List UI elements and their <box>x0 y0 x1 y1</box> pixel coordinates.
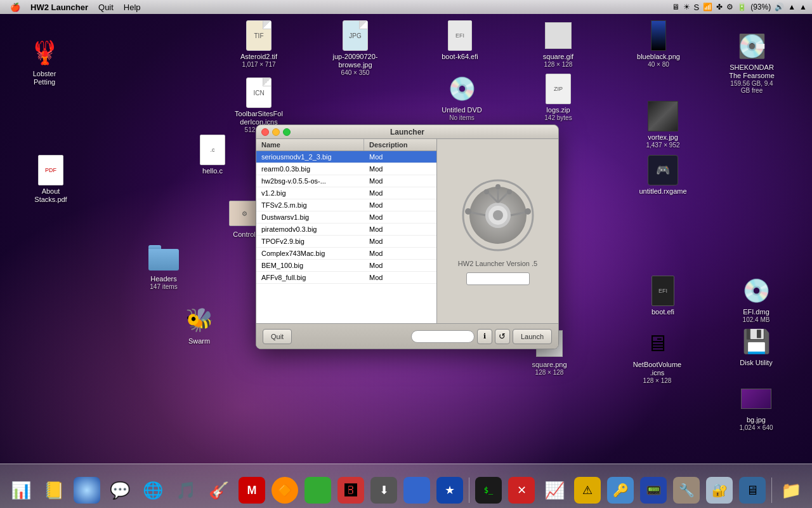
row-name: hw2bsg-v.0.5.5-os-... <box>256 177 364 185</box>
right-panel: HW2 Launcher Version .5 <box>437 139 558 323</box>
svg-point-4 <box>493 210 503 220</box>
list-row[interactable]: AFFv8_full.big Mod <box>256 272 436 284</box>
row-name: Dustwarsv1.big <box>256 213 364 222</box>
dock-item-safari2[interactable]: 🌐 <box>138 475 168 505</box>
dock-item-activity2[interactable]: 📈 <box>539 475 570 505</box>
list-row[interactable]: Dustwarsv1.big Mod <box>256 211 436 224</box>
col-header-name[interactable]: Name <box>256 139 364 150</box>
dock-item-ab[interactable]: 📒 <box>39 475 69 505</box>
dock-item-wrench[interactable]: 🔧 <box>671 475 702 505</box>
svg-point-12 <box>507 189 512 194</box>
list-row[interactable]: TPOFv2.9.big Mod <box>256 236 436 248</box>
row-description: Mod <box>364 249 436 258</box>
dock-item-garage[interactable]: 🎸 <box>204 475 234 505</box>
menu-file[interactable]: Quit <box>93 1 119 13</box>
desktop-icon-headers[interactable]: Headers 147 items <box>138 240 189 293</box>
list-row[interactable]: rearm0.0.3b.big Mod <box>256 163 436 175</box>
row-name: AFFv8_full.big <box>256 273 364 282</box>
desktop-icon-bgjpg[interactable]: bg.jpg 1,024 × 640 <box>731 381 782 434</box>
desktop-icon-bootk64[interactable]: EFI boot-k64.efi <box>435 18 485 64</box>
launch-button[interactable]: Launch <box>513 329 552 344</box>
menubar-volume-icon[interactable]: 🔊 <box>775 3 784 11</box>
desktop-icon-diskutility[interactable]: 💾 Disk Utility <box>731 324 782 370</box>
window-bottom: Quit ℹ ↺ Launch <box>256 323 558 349</box>
menubar-monitor-icon[interactable]: 🖥 <box>672 3 679 11</box>
desktop-icon-aboutstacks[interactable]: PDF About Stacks.pdf <box>25 152 76 206</box>
desktop-icon-helloc[interactable]: .c hello.c <box>187 132 238 178</box>
dock-item-green[interactable] <box>303 475 333 505</box>
menubar-right: 🖥 ☀ S 📶 ✤ ⚙ 🔋 (93%) 🔊 ▲ ▲ <box>672 3 807 12</box>
desktop-icon-rxgame[interactable]: 🎮 untitled.rxgame <box>638 152 688 198</box>
desktop-icon-blueblack[interactable]: blueblack.png 40 × 80 <box>633 18 684 70</box>
dock-item-am[interactable]: 📊 <box>6 475 36 505</box>
desktop-icon-asteroid[interactable]: TIF Asteroid2.tif 1,017 × 717 <box>233 18 284 70</box>
dock-item-monitor2[interactable]: 🖥 <box>737 475 768 505</box>
dock-item-transmission[interactable]: ⬇ <box>369 475 399 505</box>
dock-item-itunes[interactable]: 🎵 <box>171 475 201 505</box>
dock-item-terminal[interactable]: $_ <box>473 475 504 505</box>
desktop-icon-dvd[interactable]: 💿 Untitled DVD No items <box>436 71 487 124</box>
list-row[interactable]: seriousmodv1_2_3.big Mod <box>256 151 436 163</box>
list-row[interactable]: hw2bsg-v.0.5.5-os-... Mod <box>256 175 436 187</box>
refresh-button[interactable]: ↺ <box>495 329 510 344</box>
dock-item-blue2[interactable] <box>402 475 432 505</box>
desktop-icon-swarm[interactable]: 🐝 Swarm <box>174 302 225 348</box>
menubar-brightness-icon[interactable]: ☀ <box>683 3 690 11</box>
menubar-battery-icon[interactable]: 🔋 <box>737 3 747 11</box>
desktop-icon-lobster[interactable]: 🦞 Lobster Petting <box>19 35 70 89</box>
version-text: HW2 Launcher Version .5 <box>458 260 537 267</box>
desktop-icon-logszip[interactable]: ZIP logs.zip 142 bytes <box>533 71 584 124</box>
quit-button[interactable]: Quit <box>263 329 292 344</box>
row-description: Mod <box>364 261 436 270</box>
minimize-button[interactable] <box>272 128 280 136</box>
info-button[interactable]: ℹ <box>477 329 492 344</box>
dock-item-skype[interactable]: 💬 <box>105 475 135 505</box>
dock-item-blue3[interactable]: ★ <box>435 475 465 505</box>
list-row[interactable]: BEM_100.big Mod <box>256 260 436 272</box>
desktop-icon-efidmg[interactable]: 💿 EFI.dmg 102.4 MB <box>731 273 782 326</box>
traffic-lights <box>261 128 291 136</box>
dock-item-vlc[interactable]: 🔶 <box>270 475 300 505</box>
desktop-icon-bootefi[interactable]: EFI boot.efi <box>638 273 688 319</box>
apple-menu[interactable]: 🍎 <box>5 1 25 13</box>
list-row[interactable]: piratemodv0.3.big Mod <box>256 224 436 236</box>
dock-item-finder2[interactable]: 📁 <box>776 475 806 505</box>
dock-item-lock[interactable]: 🔐 <box>704 475 735 505</box>
dock-item-osx[interactable] <box>72 475 102 505</box>
dock-item-x[interactable]: ✕ <box>506 475 537 505</box>
row-name: Complex743Mac.big <box>256 249 364 258</box>
row-name: rearm0.0.3b.big <box>256 164 364 173</box>
row-description: Mod <box>364 201 436 210</box>
list-rows[interactable]: seriousmodv1_2_3.big Mod rearm0.0.3b.big… <box>256 151 436 323</box>
search-input[interactable] <box>411 330 475 343</box>
desktop-icon-shekondar[interactable]: 💽 SHEKONDAR The Fearsome 159.56 GB, 9.4 … <box>723 29 780 97</box>
menubar-cpu-icon[interactable]: ⚙ <box>726 3 733 11</box>
launcher-window: Launcher Name Description seriousmodv1_2… <box>256 124 559 349</box>
menubar-eject-icon[interactable]: ▲ <box>799 3 807 11</box>
desktop-icon-netbootvolume[interactable]: 🖥 NetBootVolume.icns 128 × 128 <box>632 326 683 387</box>
dock-item-warning[interactable]: ⚠ <box>572 475 603 505</box>
dock-item-m[interactable]: M <box>237 475 267 505</box>
dock-item-globe[interactable]: 🌍 <box>809 475 812 505</box>
menubar-spotlight-icon[interactable]: S <box>694 3 700 12</box>
dock-divider <box>469 478 469 503</box>
app-name[interactable]: HW2 Launcher <box>25 1 93 13</box>
row-description: Mod <box>364 237 436 246</box>
dock-item-keychain[interactable]: 🔑 <box>605 475 636 505</box>
version-input[interactable] <box>466 272 530 285</box>
dock-item-safari[interactable]: 🧭 <box>0 475 3 505</box>
dock-item-red[interactable]: 🅱 <box>336 475 366 505</box>
list-row[interactable]: v1.2.big Mod <box>256 187 436 199</box>
desktop-icon-vortex[interactable]: vortex.jpg 1,437 × 952 <box>638 98 688 151</box>
menubar-bluetooth-icon[interactable]: ✤ <box>716 3 723 11</box>
desktop-icon-jup[interactable]: JPG jup-20090720-browse.jpg 640 × 350 <box>330 18 381 79</box>
list-row[interactable]: TFSv2.5.m.big Mod <box>256 199 436 211</box>
desktop-icon-squaregif[interactable]: square.gif 128 × 128 <box>533 18 584 70</box>
col-header-description[interactable]: Description <box>364 139 436 150</box>
close-button[interactable] <box>261 128 269 136</box>
dock-item-pda[interactable]: 📟 <box>638 475 669 505</box>
list-row[interactable]: Complex743Mac.big Mod <box>256 248 436 260</box>
menu-help[interactable]: Help <box>119 1 146 13</box>
menubar-wifi-icon[interactable]: 📶 <box>703 3 712 11</box>
maximize-button[interactable] <box>283 128 291 136</box>
